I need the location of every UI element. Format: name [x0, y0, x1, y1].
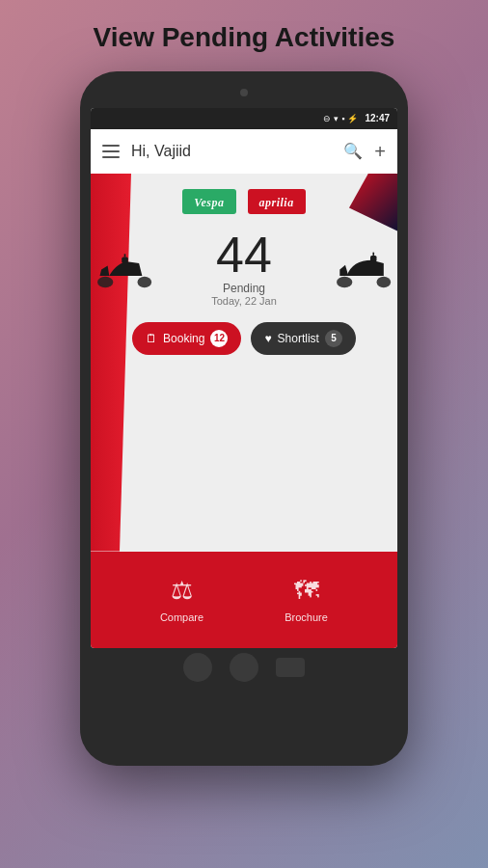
phone-home-button[interactable] — [230, 653, 258, 682]
phone-screen: ⊖ ▾ ▪ ⚡ 12:47 Hi, Vajiid 🔍 + — [91, 108, 397, 648]
vespa-logo-text: Vespa — [194, 196, 224, 209]
pending-count: 44 — [158, 230, 330, 280]
svg-point-0 — [97, 277, 113, 287]
wifi-icon: ▾ — [334, 114, 339, 123]
hamburger-menu-icon[interactable] — [102, 145, 120, 158]
svg-point-1 — [137, 277, 151, 287]
booking-label: Booking — [163, 332, 204, 345]
main-content: Vespa aprilia — [91, 174, 397, 552]
status-time: 12:47 — [365, 113, 390, 123]
brochure-icon: 🗺 — [294, 576, 319, 606]
vespa-brand-logo[interactable]: Vespa — [182, 189, 235, 214]
app-bar-title: Hi, Vajiid — [131, 143, 343, 160]
phone-back-button[interactable] — [183, 653, 212, 682]
page-title: View Pending Activities — [0, 0, 488, 71]
action-buttons-row: 🗒 Booking 12 ♥ Shortlist 5 — [91, 311, 397, 363]
compare-nav-item[interactable]: ⚖ Compare — [120, 576, 244, 623]
scooter-right-svg — [333, 246, 395, 289]
count-section: 44 Pending Today, 22 Jan — [158, 230, 330, 307]
phone-bottom-nav — [88, 656, 400, 679]
brand-logos-row: Vespa aprilia — [91, 174, 397, 222]
phone-wrapper: ⊖ ▾ ▪ ⚡ 12:47 Hi, Vajiid 🔍 + — [80, 71, 408, 766]
app-bar: Hi, Vajiid 🔍 + — [91, 129, 397, 174]
charge-icon: ⚡ — [347, 114, 358, 123]
phone-recents-button[interactable] — [276, 658, 305, 677]
search-icon[interactable]: 🔍 — [343, 142, 363, 160]
pending-label: Pending — [158, 282, 330, 295]
stats-section: 44 Pending Today, 22 Jan — [91, 222, 397, 311]
svg-rect-2 — [122, 258, 128, 264]
status-bar: ⊖ ▾ ▪ ⚡ 12:47 — [91, 108, 397, 129]
add-icon[interactable]: + — [374, 142, 386, 161]
front-camera — [240, 89, 248, 96]
booking-button[interactable]: 🗒 Booking 12 — [132, 322, 241, 355]
svg-rect-6 — [370, 256, 377, 262]
shortlist-badge: 5 — [325, 330, 342, 347]
shortlist-label: Shortlist — [278, 332, 319, 345]
brochure-nav-item[interactable]: 🗺 Brochure — [244, 576, 368, 623]
aprilia-brand-logo[interactable]: aprilia — [248, 189, 306, 214]
booking-badge: 12 — [210, 330, 228, 347]
phone-top-bar — [88, 85, 400, 108]
compare-label: Compare — [160, 611, 203, 623]
scooter-left-image — [91, 244, 158, 292]
aprilia-logo-text: aprilia — [259, 196, 294, 209]
svg-point-5 — [376, 277, 391, 287]
brochure-label: Brochure — [285, 611, 328, 623]
booking-icon: 🗒 — [146, 332, 157, 345]
bottom-panel: ⚖ Compare 🗺 Brochure — [91, 552, 397, 648]
svg-point-4 — [337, 277, 352, 287]
shortlist-button[interactable]: ♥ Shortlist 5 — [251, 322, 355, 355]
scooter-left-svg — [94, 246, 156, 289]
compare-icon: ⚖ — [171, 576, 193, 606]
scooter-right-image — [330, 244, 397, 292]
shortlist-icon: ♥ — [264, 332, 271, 345]
date-label: Today, 22 Jan — [158, 295, 330, 307]
signal-icon: ⊖ — [323, 114, 331, 123]
battery-icon: ▪ — [341, 114, 344, 123]
